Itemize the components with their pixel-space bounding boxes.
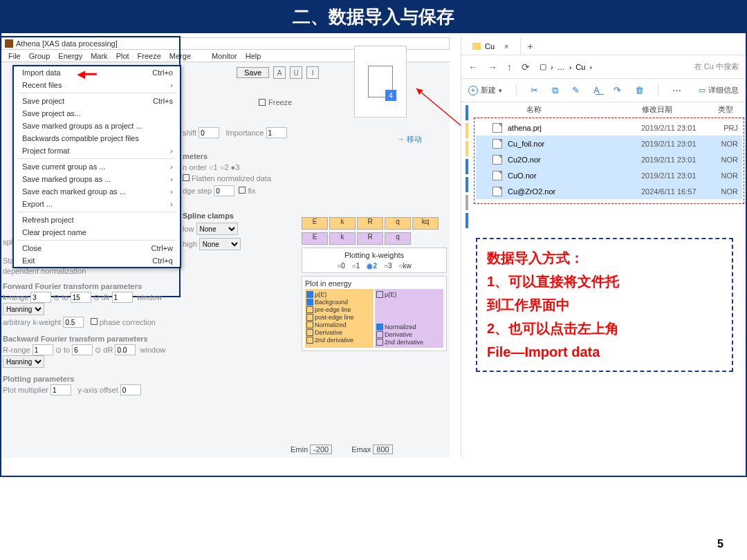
tab-r-bot[interactable]: R: [357, 232, 383, 245]
new-button[interactable]: +新建 ▾: [468, 85, 502, 95]
shift-input[interactable]: [199, 127, 219, 138]
emin-input[interactable]: -200: [310, 445, 332, 454]
tab-kq-top[interactable]: kq: [412, 217, 439, 230]
new-tab-button[interactable]: +: [521, 41, 540, 52]
flatten-checkbox[interactable]: [183, 174, 190, 181]
btn-a[interactable]: A: [273, 66, 286, 79]
tab-k-top[interactable]: k: [329, 217, 356, 230]
kw-3[interactable]: ○3: [384, 262, 392, 270]
cb-mue-r[interactable]: [376, 291, 383, 298]
dk-input[interactable]: [112, 292, 133, 303]
mi-save-project-as[interactable]: Save project as...: [14, 107, 180, 120]
save-button[interactable]: Save: [237, 67, 269, 78]
freeze-checkbox[interactable]: [259, 99, 266, 106]
bft-window[interactable]: Hanning: [3, 355, 44, 368]
spline-low-select[interactable]: None: [196, 223, 238, 235]
file-row[interactable]: Cu2O.nor2019/2/11 23:01NOR: [476, 151, 742, 167]
mi-backwards-compat[interactable]: Backwards compatible project files: [14, 132, 180, 144]
nav-forward-icon[interactable]: →: [488, 62, 497, 73]
nav-refresh-icon[interactable]: ⟳: [522, 62, 530, 73]
cut-icon[interactable]: ✂: [531, 85, 538, 95]
paste-icon[interactable]: ✎: [572, 85, 580, 95]
r2-input[interactable]: [72, 344, 93, 355]
explorer-tab-cu[interactable]: Cu×: [461, 38, 521, 55]
mi-save-marked-project[interactable]: Save marked groups as a project ...: [14, 120, 180, 132]
yoff-input[interactable]: [120, 384, 141, 395]
mi-save-current-group[interactable]: Save current group as ...: [14, 160, 180, 173]
phase-checkbox[interactable]: [91, 318, 98, 325]
breadcrumb[interactable]: ▢›…›Cu›: [540, 62, 685, 71]
cb-pre[interactable]: [306, 306, 313, 313]
menu-file[interactable]: File: [4, 52, 25, 60]
cb-post[interactable]: [306, 314, 313, 321]
cb-2deriv-r[interactable]: [376, 339, 383, 346]
fix-checkbox[interactable]: [239, 187, 246, 194]
cb-deriv-l[interactable]: [306, 329, 313, 336]
mi-save-project[interactable]: Save projectCtrl+s: [14, 95, 180, 107]
btn-u[interactable]: U: [290, 66, 302, 79]
search-input[interactable]: 在 Cu 中搜索: [694, 62, 739, 72]
menu-freeze[interactable]: Freeze: [133, 52, 165, 60]
mi-project-format[interactable]: Project format: [14, 144, 180, 157]
copy-icon[interactable]: ⧉: [552, 85, 558, 96]
cb-norm-r[interactable]: [376, 324, 383, 330]
details-button[interactable]: ▭详细信息: [699, 85, 739, 95]
nav-back-icon[interactable]: ←: [468, 62, 478, 73]
mi-save-each-marked[interactable]: Save each marked group as ...: [14, 185, 180, 198]
emax-input[interactable]: 800: [373, 445, 392, 454]
kw-0[interactable]: ○0: [337, 262, 345, 270]
menu-help[interactable]: Help: [241, 52, 266, 60]
mi-close[interactable]: CloseCtrl+w: [14, 242, 180, 254]
mi-exit[interactable]: ExitCtrl+q: [14, 254, 180, 267]
arbk-input[interactable]: [63, 317, 84, 328]
menu-plot[interactable]: Plot: [112, 52, 133, 60]
dr-input[interactable]: [115, 344, 136, 355]
more-icon[interactable]: ⋯: [672, 85, 681, 95]
kw-kw[interactable]: ○kw: [399, 262, 412, 270]
mi-recent-files[interactable]: Recent files: [14, 79, 180, 91]
tab-k-bot[interactable]: k: [329, 232, 356, 245]
kw-2[interactable]: ◉2: [367, 262, 377, 270]
plot-mult-input[interactable]: [50, 384, 71, 395]
mi-export[interactable]: Export ...: [14, 198, 180, 210]
tab-e-top[interactable]: E: [302, 217, 328, 230]
importance-input[interactable]: [266, 127, 287, 138]
menu-mark[interactable]: Mark: [86, 52, 111, 60]
r1-input[interactable]: [33, 344, 53, 355]
mi-refresh[interactable]: Refresh project: [14, 214, 180, 226]
cb-norm-l[interactable]: [306, 321, 313, 328]
edge-step-input[interactable]: [214, 185, 234, 196]
delete-icon[interactable]: 🗑: [635, 85, 644, 95]
fft-window[interactable]: Hanning: [3, 303, 44, 315]
menu-energy[interactable]: Energy: [54, 52, 86, 60]
rename-icon[interactable]: A͟: [593, 85, 600, 95]
cb-mue[interactable]: [306, 291, 313, 298]
menu-monitor[interactable]: Monitor: [208, 52, 241, 60]
mi-import-data[interactable]: Import dataCtrl+o: [14, 66, 180, 79]
cb-deriv-r[interactable]: [376, 331, 383, 338]
mi-clear-name[interactable]: Clear project name: [14, 226, 180, 239]
menu-group[interactable]: Group: [25, 52, 55, 60]
kw-1[interactable]: ○1: [352, 262, 360, 270]
nav-up-icon[interactable]: ↑: [507, 62, 512, 73]
share-icon[interactable]: ↷: [614, 85, 621, 95]
cb-bg[interactable]: [306, 299, 313, 306]
col-name[interactable]: 名称: [526, 104, 642, 115]
spline-high-select[interactable]: None: [199, 238, 241, 250]
btn-i[interactable]: I: [306, 66, 319, 79]
file-row[interactable]: CuO.nor2019/2/11 23:01NOR: [476, 167, 742, 183]
file-row[interactable]: Cu@ZrO2.nor2024/6/11 16:57NOR: [476, 183, 742, 199]
file-row[interactable]: Cu_foil.nor2019/2/11 23:01NOR: [476, 136, 742, 151]
tab-r-top[interactable]: R: [357, 217, 383, 230]
k1-input[interactable]: [30, 292, 51, 303]
file-row[interactable]: athena.prj2019/2/11 23:01PRJ: [476, 120, 742, 136]
k2-input[interactable]: [71, 292, 91, 303]
tab-q-bot[interactable]: q: [385, 232, 411, 245]
col-type[interactable]: 类型: [718, 104, 739, 115]
tab-e-bot[interactable]: E: [302, 232, 328, 245]
menu-merge[interactable]: Merge: [165, 52, 195, 60]
mi-save-marked-groups[interactable]: Save marked groups as ...: [14, 173, 180, 185]
close-icon[interactable]: ×: [504, 42, 508, 50]
cb-2deriv-l[interactable]: [306, 337, 313, 344]
tab-q-top[interactable]: q: [385, 217, 411, 230]
